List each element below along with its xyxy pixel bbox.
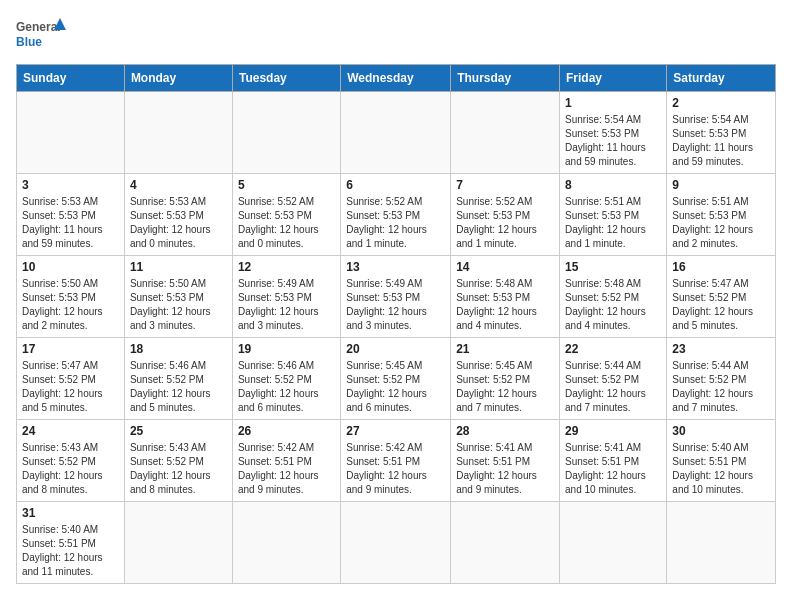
- logo-svg: General Blue: [16, 16, 66, 56]
- day-info: Sunrise: 5:48 AM Sunset: 5:53 PM Dayligh…: [456, 277, 554, 333]
- calendar-week-row: 10Sunrise: 5:50 AM Sunset: 5:53 PM Dayli…: [17, 256, 776, 338]
- calendar-cell: 14Sunrise: 5:48 AM Sunset: 5:53 PM Dayli…: [451, 256, 560, 338]
- day-number: 3: [22, 178, 119, 192]
- day-number: 19: [238, 342, 335, 356]
- day-info: Sunrise: 5:52 AM Sunset: 5:53 PM Dayligh…: [346, 195, 445, 251]
- calendar-cell: 29Sunrise: 5:41 AM Sunset: 5:51 PM Dayli…: [560, 420, 667, 502]
- day-number: 30: [672, 424, 770, 438]
- day-number: 20: [346, 342, 445, 356]
- day-info: Sunrise: 5:40 AM Sunset: 5:51 PM Dayligh…: [22, 523, 119, 579]
- calendar-cell: 23Sunrise: 5:44 AM Sunset: 5:52 PM Dayli…: [667, 338, 776, 420]
- calendar-cell: [667, 502, 776, 584]
- calendar-cell: 1Sunrise: 5:54 AM Sunset: 5:53 PM Daylig…: [560, 92, 667, 174]
- day-number: 29: [565, 424, 661, 438]
- logo: General Blue: [16, 16, 66, 56]
- calendar-cell: [232, 92, 340, 174]
- calendar-cell: 8Sunrise: 5:51 AM Sunset: 5:53 PM Daylig…: [560, 174, 667, 256]
- calendar-cell: 21Sunrise: 5:45 AM Sunset: 5:52 PM Dayli…: [451, 338, 560, 420]
- day-info: Sunrise: 5:40 AM Sunset: 5:51 PM Dayligh…: [672, 441, 770, 497]
- day-info: Sunrise: 5:47 AM Sunset: 5:52 PM Dayligh…: [22, 359, 119, 415]
- calendar-cell: 30Sunrise: 5:40 AM Sunset: 5:51 PM Dayli…: [667, 420, 776, 502]
- calendar-cell: 9Sunrise: 5:51 AM Sunset: 5:53 PM Daylig…: [667, 174, 776, 256]
- calendar-cell: [232, 502, 340, 584]
- calendar-cell: [451, 92, 560, 174]
- weekday-header-saturday: Saturday: [667, 65, 776, 92]
- day-info: Sunrise: 5:49 AM Sunset: 5:53 PM Dayligh…: [346, 277, 445, 333]
- calendar-cell: 13Sunrise: 5:49 AM Sunset: 5:53 PM Dayli…: [341, 256, 451, 338]
- day-info: Sunrise: 5:45 AM Sunset: 5:52 PM Dayligh…: [346, 359, 445, 415]
- weekday-header-wednesday: Wednesday: [341, 65, 451, 92]
- day-number: 8: [565, 178, 661, 192]
- calendar-cell: 24Sunrise: 5:43 AM Sunset: 5:52 PM Dayli…: [17, 420, 125, 502]
- day-number: 2: [672, 96, 770, 110]
- calendar-cell: 31Sunrise: 5:40 AM Sunset: 5:51 PM Dayli…: [17, 502, 125, 584]
- calendar-table: SundayMondayTuesdayWednesdayThursdayFrid…: [16, 64, 776, 584]
- day-number: 14: [456, 260, 554, 274]
- calendar-cell: 22Sunrise: 5:44 AM Sunset: 5:52 PM Dayli…: [560, 338, 667, 420]
- weekday-header-friday: Friday: [560, 65, 667, 92]
- calendar-week-row: 31Sunrise: 5:40 AM Sunset: 5:51 PM Dayli…: [17, 502, 776, 584]
- calendar-cell: 5Sunrise: 5:52 AM Sunset: 5:53 PM Daylig…: [232, 174, 340, 256]
- day-number: 4: [130, 178, 227, 192]
- day-info: Sunrise: 5:53 AM Sunset: 5:53 PM Dayligh…: [22, 195, 119, 251]
- day-number: 7: [456, 178, 554, 192]
- day-number: 11: [130, 260, 227, 274]
- calendar-body: 1Sunrise: 5:54 AM Sunset: 5:53 PM Daylig…: [17, 92, 776, 584]
- day-info: Sunrise: 5:50 AM Sunset: 5:53 PM Dayligh…: [22, 277, 119, 333]
- calendar-cell: 19Sunrise: 5:46 AM Sunset: 5:52 PM Dayli…: [232, 338, 340, 420]
- calendar-cell: [341, 502, 451, 584]
- day-info: Sunrise: 5:44 AM Sunset: 5:52 PM Dayligh…: [565, 359, 661, 415]
- day-info: Sunrise: 5:52 AM Sunset: 5:53 PM Dayligh…: [238, 195, 335, 251]
- day-info: Sunrise: 5:49 AM Sunset: 5:53 PM Dayligh…: [238, 277, 335, 333]
- calendar-cell: [451, 502, 560, 584]
- calendar-cell: 18Sunrise: 5:46 AM Sunset: 5:52 PM Dayli…: [124, 338, 232, 420]
- day-info: Sunrise: 5:54 AM Sunset: 5:53 PM Dayligh…: [565, 113, 661, 169]
- calendar-week-row: 1Sunrise: 5:54 AM Sunset: 5:53 PM Daylig…: [17, 92, 776, 174]
- day-number: 6: [346, 178, 445, 192]
- calendar-week-row: 3Sunrise: 5:53 AM Sunset: 5:53 PM Daylig…: [17, 174, 776, 256]
- day-number: 18: [130, 342, 227, 356]
- day-info: Sunrise: 5:41 AM Sunset: 5:51 PM Dayligh…: [456, 441, 554, 497]
- day-number: 1: [565, 96, 661, 110]
- day-info: Sunrise: 5:45 AM Sunset: 5:52 PM Dayligh…: [456, 359, 554, 415]
- day-info: Sunrise: 5:43 AM Sunset: 5:52 PM Dayligh…: [130, 441, 227, 497]
- weekday-header-sunday: Sunday: [17, 65, 125, 92]
- weekday-header-row: SundayMondayTuesdayWednesdayThursdayFrid…: [17, 65, 776, 92]
- day-number: 13: [346, 260, 445, 274]
- day-info: Sunrise: 5:46 AM Sunset: 5:52 PM Dayligh…: [130, 359, 227, 415]
- calendar-cell: 17Sunrise: 5:47 AM Sunset: 5:52 PM Dayli…: [17, 338, 125, 420]
- day-number: 24: [22, 424, 119, 438]
- header: General Blue: [16, 16, 776, 56]
- day-number: 16: [672, 260, 770, 274]
- day-number: 25: [130, 424, 227, 438]
- calendar-cell: 27Sunrise: 5:42 AM Sunset: 5:51 PM Dayli…: [341, 420, 451, 502]
- day-info: Sunrise: 5:46 AM Sunset: 5:52 PM Dayligh…: [238, 359, 335, 415]
- day-info: Sunrise: 5:51 AM Sunset: 5:53 PM Dayligh…: [672, 195, 770, 251]
- day-number: 23: [672, 342, 770, 356]
- weekday-header-thursday: Thursday: [451, 65, 560, 92]
- calendar-cell: [124, 92, 232, 174]
- day-number: 5: [238, 178, 335, 192]
- calendar-cell: 16Sunrise: 5:47 AM Sunset: 5:52 PM Dayli…: [667, 256, 776, 338]
- day-info: Sunrise: 5:47 AM Sunset: 5:52 PM Dayligh…: [672, 277, 770, 333]
- calendar-cell: [17, 92, 125, 174]
- calendar-header: SundayMondayTuesdayWednesdayThursdayFrid…: [17, 65, 776, 92]
- day-number: 22: [565, 342, 661, 356]
- day-info: Sunrise: 5:50 AM Sunset: 5:53 PM Dayligh…: [130, 277, 227, 333]
- day-number: 21: [456, 342, 554, 356]
- calendar-cell: 2Sunrise: 5:54 AM Sunset: 5:53 PM Daylig…: [667, 92, 776, 174]
- calendar-week-row: 24Sunrise: 5:43 AM Sunset: 5:52 PM Dayli…: [17, 420, 776, 502]
- calendar-cell: 20Sunrise: 5:45 AM Sunset: 5:52 PM Dayli…: [341, 338, 451, 420]
- weekday-header-tuesday: Tuesday: [232, 65, 340, 92]
- day-number: 15: [565, 260, 661, 274]
- calendar-cell: 12Sunrise: 5:49 AM Sunset: 5:53 PM Dayli…: [232, 256, 340, 338]
- day-number: 28: [456, 424, 554, 438]
- calendar-cell: 4Sunrise: 5:53 AM Sunset: 5:53 PM Daylig…: [124, 174, 232, 256]
- calendar-cell: 3Sunrise: 5:53 AM Sunset: 5:53 PM Daylig…: [17, 174, 125, 256]
- day-info: Sunrise: 5:53 AM Sunset: 5:53 PM Dayligh…: [130, 195, 227, 251]
- day-info: Sunrise: 5:48 AM Sunset: 5:52 PM Dayligh…: [565, 277, 661, 333]
- day-number: 27: [346, 424, 445, 438]
- svg-text:General: General: [16, 20, 61, 34]
- day-info: Sunrise: 5:44 AM Sunset: 5:52 PM Dayligh…: [672, 359, 770, 415]
- calendar-cell: 10Sunrise: 5:50 AM Sunset: 5:53 PM Dayli…: [17, 256, 125, 338]
